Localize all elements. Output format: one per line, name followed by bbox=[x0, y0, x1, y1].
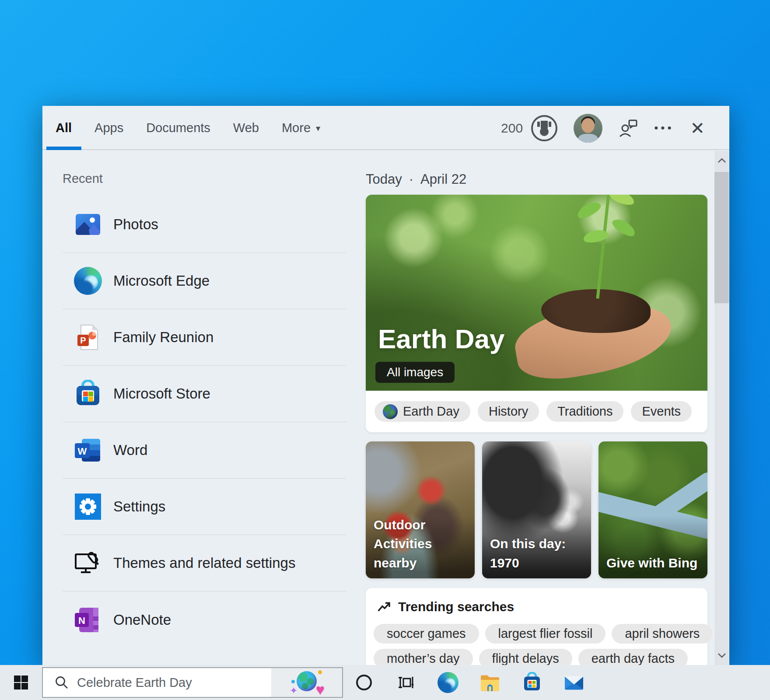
hero-title: Earth Day bbox=[378, 323, 504, 354]
chip-earth-day[interactable]: Earth Day bbox=[374, 401, 470, 422]
svg-text:W: W bbox=[78, 446, 87, 457]
file-explorer-button[interactable] bbox=[469, 665, 511, 700]
powerpoint-file-icon: P bbox=[74, 323, 102, 351]
scroll-up-icon[interactable] bbox=[714, 152, 729, 169]
cards-row: Outdoor Activities nearby On this day: 1… bbox=[366, 441, 707, 578]
list-item-label: Photos bbox=[113, 216, 158, 233]
list-item-family-reunion[interactable]: P Family Reunion bbox=[63, 309, 346, 366]
trending-title: Trending searches bbox=[398, 599, 514, 614]
more-options-icon[interactable]: ••• bbox=[654, 121, 674, 135]
card-outdoor-activities[interactable]: Outdoor Activities nearby bbox=[366, 441, 475, 578]
trending-up-icon bbox=[377, 600, 391, 614]
recent-title: Recent bbox=[63, 172, 346, 186]
edge-icon bbox=[74, 267, 102, 295]
recent-list: Photos Microsoft Edge P bbox=[63, 196, 346, 648]
trending-row-1: soccer games largest flier fossil april … bbox=[374, 624, 700, 644]
chevron-down-icon: ▾ bbox=[316, 123, 320, 133]
chip-traditions[interactable]: Traditions bbox=[546, 401, 623, 422]
photos-icon bbox=[74, 210, 102, 238]
scrollbar[interactable] bbox=[714, 151, 729, 665]
onenote-icon: N bbox=[74, 606, 102, 634]
rewards-points: 200 bbox=[501, 121, 523, 136]
list-item-label: Settings bbox=[113, 498, 165, 515]
card-label: Give with Bing bbox=[606, 553, 697, 573]
task-view-button[interactable] bbox=[385, 665, 427, 700]
tab-all[interactable]: All bbox=[56, 106, 72, 150]
edge-icon bbox=[438, 672, 458, 693]
list-item-label: Microsoft Store bbox=[113, 385, 210, 402]
settings-gear-icon bbox=[74, 493, 102, 521]
search-filter-tabs: All Apps Documents Web More ▾ bbox=[56, 106, 320, 150]
taskbar-search-box[interactable]: ✦ ♥ bbox=[42, 667, 343, 698]
close-icon[interactable]: ✕ bbox=[690, 119, 705, 137]
list-item-label: Microsoft Edge bbox=[113, 273, 210, 289]
card-label: Outdoor Activities nearby bbox=[374, 515, 475, 573]
trending-title-row: Trending searches bbox=[374, 599, 700, 614]
globe-icon bbox=[383, 404, 398, 419]
list-item-photos[interactable]: Photos bbox=[63, 196, 346, 253]
list-item-microsoft-edge[interactable]: Microsoft Edge bbox=[63, 253, 346, 309]
today-header: Today · April 22 bbox=[366, 172, 707, 187]
edge-taskbar-button[interactable] bbox=[427, 665, 469, 700]
chip-history[interactable]: History bbox=[478, 401, 539, 422]
svg-text:P: P bbox=[80, 336, 86, 345]
search-window: All Apps Documents Web More ▾ 200 bbox=[42, 106, 729, 665]
file-explorer-icon bbox=[480, 672, 500, 693]
tab-web[interactable]: Web bbox=[233, 106, 259, 150]
scroll-down-icon[interactable] bbox=[714, 647, 729, 664]
cortana-button[interactable] bbox=[343, 665, 385, 700]
list-item-settings[interactable]: Settings bbox=[63, 479, 346, 535]
taskbar: ✦ ♥ bbox=[0, 665, 770, 700]
task-view-icon bbox=[397, 673, 415, 692]
trend-chip-april-showers[interactable]: april showers bbox=[612, 624, 713, 644]
start-button[interactable] bbox=[0, 665, 42, 700]
tab-more[interactable]: More ▾ bbox=[282, 106, 320, 150]
tab-more-label: More bbox=[282, 121, 311, 135]
list-item-label: Word bbox=[113, 442, 147, 458]
list-item-themes-settings[interactable]: Themes and related settings bbox=[63, 535, 346, 592]
earth-day-hero-image: Earth Day All images bbox=[366, 195, 707, 391]
trend-chip-soccer-games[interactable]: soccer games bbox=[374, 624, 479, 644]
list-item-onenote[interactable]: N OneNote bbox=[63, 592, 346, 648]
rewards-medal-icon[interactable] bbox=[531, 115, 557, 141]
chip-events[interactable]: Events bbox=[631, 401, 692, 422]
card-give-with-bing[interactable]: Give with Bing bbox=[598, 441, 707, 578]
earth-day-doodle-button[interactable]: ✦ ♥ bbox=[271, 668, 342, 697]
recent-section: Recent Photos bbox=[63, 172, 346, 648]
trend-chip-largest-flier-fossil[interactable]: largest flier fossil bbox=[485, 624, 606, 644]
store-taskbar-button[interactable] bbox=[511, 665, 553, 700]
cortana-icon bbox=[356, 675, 372, 690]
list-item-microsoft-store[interactable]: Microsoft Store bbox=[63, 366, 346, 422]
hero-chip-row: Earth Day History Traditions Events bbox=[366, 391, 707, 432]
header-actions: 200 ••• ✕ bbox=[501, 106, 705, 150]
tab-documents[interactable]: Documents bbox=[146, 106, 210, 150]
hero-illustration bbox=[502, 273, 677, 373]
list-item-label: Themes and related settings bbox=[113, 555, 295, 571]
feedback-icon[interactable] bbox=[619, 119, 638, 138]
search-input[interactable] bbox=[77, 676, 271, 690]
tab-apps[interactable]: Apps bbox=[94, 106, 123, 150]
user-avatar[interactable] bbox=[574, 114, 602, 143]
card-on-this-day[interactable]: On this day: 1970 bbox=[482, 441, 591, 578]
earth-day-hero-card[interactable]: Earth Day All images Earth Day History T… bbox=[366, 195, 707, 432]
store-icon bbox=[74, 380, 102, 408]
store-icon bbox=[522, 672, 542, 693]
scrollbar-thumb[interactable] bbox=[714, 172, 729, 303]
list-item-word[interactable]: W Word bbox=[63, 422, 346, 479]
list-item-label: OneNote bbox=[113, 612, 171, 628]
chip-label: Earth Day bbox=[403, 404, 459, 419]
search-header: All Apps Documents Web More ▾ 200 bbox=[42, 106, 729, 150]
earth-day-doodle-icon: ✦ ♥ bbox=[291, 670, 322, 695]
search-icon bbox=[54, 675, 69, 690]
today-label: Today bbox=[366, 172, 402, 187]
mail-icon bbox=[564, 672, 584, 693]
themes-icon bbox=[74, 549, 102, 577]
all-images-button[interactable]: All images bbox=[375, 362, 455, 383]
word-icon: W bbox=[74, 436, 102, 464]
today-section: Today · April 22 Earth Day All images bbox=[366, 172, 707, 696]
mail-button[interactable] bbox=[553, 665, 595, 700]
dot-separator: · bbox=[409, 172, 413, 187]
svg-text:N: N bbox=[78, 615, 85, 626]
card-label: On this day: 1970 bbox=[490, 534, 591, 572]
list-item-label: Family Reunion bbox=[113, 329, 214, 346]
